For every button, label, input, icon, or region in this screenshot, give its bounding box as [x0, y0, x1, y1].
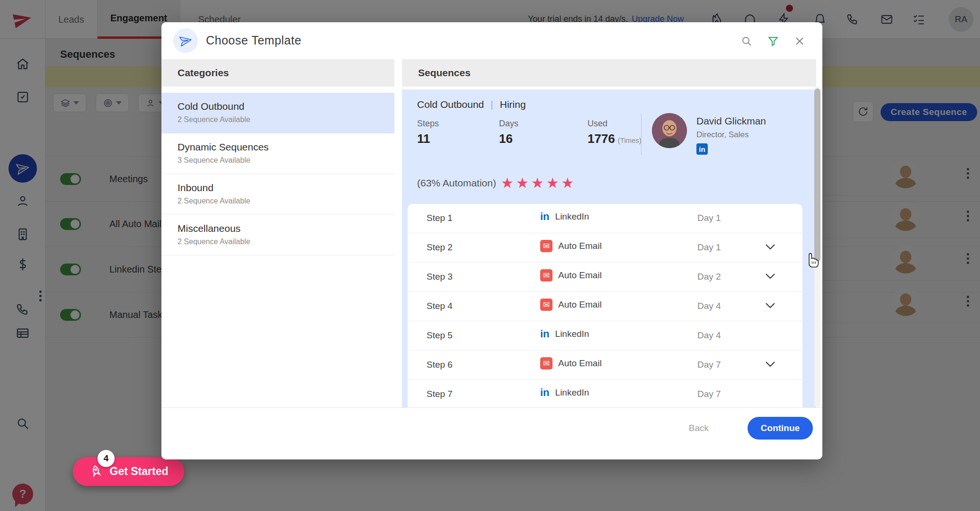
- stat-steps: Steps 11: [417, 119, 439, 146]
- close-icon[interactable]: [794, 35, 805, 47]
- modal-title: Choose Template: [206, 34, 302, 47]
- category-availability: 2 Sequence Available: [178, 238, 394, 246]
- times-suffix: (Times): [618, 136, 641, 144]
- email-icon: ✉: [540, 269, 552, 282]
- step-label: Step 5: [427, 330, 453, 341]
- get-started-badge: 4: [98, 450, 115, 467]
- paper-plane-badge-icon: [173, 28, 198, 53]
- step-label: Step 6: [427, 360, 453, 370]
- email-icon: ✉: [540, 299, 552, 311]
- chevron-down-icon[interactable]: [765, 244, 775, 250]
- mouse-cursor-hand: [805, 250, 823, 269]
- step-channel: ✉ Auto Email: [540, 299, 602, 311]
- step-label: Step 7: [427, 389, 453, 399]
- filter-funnel-icon[interactable]: [767, 35, 779, 47]
- step-channel: in LinkedIn: [540, 387, 589, 399]
- channel-label: Auto Email: [558, 300, 602, 310]
- email-icon: ✉: [540, 240, 552, 252]
- step-row[interactable]: Step 1 in LinkedIn Day 1: [408, 204, 802, 233]
- continue-button[interactable]: Continue: [748, 417, 813, 440]
- category-name: Dynamic Sequences: [178, 141, 394, 153]
- category-name: Inbound: [178, 182, 394, 194]
- step-row[interactable]: Step 5 in LinkedIn Day 4: [408, 321, 802, 351]
- step-row[interactable]: Step 4 ✉ Auto Email Day 4: [408, 292, 802, 321]
- category-availability: 2 Sequence Available: [178, 197, 394, 205]
- chevron-down-icon[interactable]: [765, 273, 775, 280]
- stat-used: Used 1776(Times): [588, 119, 641, 146]
- category-availability: 2 Sequence Available: [178, 115, 394, 124]
- automation-label: (63% Automation): [417, 177, 496, 189]
- category-item[interactable]: Dynamic Sequences 3 Sequence Available: [161, 133, 394, 174]
- category-name: Miscellaneous: [178, 223, 394, 234]
- categories-header: Categories: [161, 59, 394, 87]
- channel-label: LinkedIn: [555, 329, 589, 339]
- step-day: Day 1: [697, 213, 721, 223]
- step-day: Day 7: [697, 360, 721, 370]
- channel-label: LinkedIn: [555, 388, 589, 398]
- sequence-name: Hiring: [500, 99, 526, 110]
- step-label: Step 4: [427, 301, 453, 311]
- linkedin-icon: in: [540, 328, 550, 340]
- app-canvas: Leads Engagement Scheduler Your trial en…: [0, 0, 980, 511]
- step-channel: ✉ Auto Email: [540, 269, 602, 282]
- step-label: Step 1: [427, 213, 453, 223]
- channel-label: Auto Email: [558, 241, 602, 251]
- modal-scrollbar-thumb[interactable]: [814, 88, 820, 262]
- step-day: Day 7: [697, 389, 721, 399]
- step-label: Step 2: [427, 242, 453, 253]
- channel-label: LinkedIn: [555, 211, 589, 222]
- category-item[interactable]: Inbound 2 Sequence Available: [161, 174, 394, 215]
- step-day: Day 2: [697, 272, 721, 282]
- channel-label: Auto Email: [558, 358, 602, 369]
- owner-name: David Glickman: [696, 115, 766, 127]
- modal-scrollbar-track[interactable]: [814, 87, 820, 407]
- modal-footer: Back Continue: [161, 407, 822, 459]
- linkedin-badge-icon[interactable]: in: [696, 143, 708, 155]
- steps-table: Step 1 in LinkedIn Day 1 Step 2: [408, 204, 802, 425]
- step-day: Day 4: [697, 301, 721, 311]
- step-row[interactable]: Step 7 in LinkedIn Day 7: [408, 380, 802, 409]
- channel-label: Auto Email: [558, 270, 602, 281]
- owner-role: Director, Sales: [696, 130, 749, 140]
- modal-search-icon[interactable]: [741, 35, 752, 47]
- step-day: Day 1: [697, 242, 721, 253]
- category-item[interactable]: Cold Outbound 2 Sequence Available: [161, 93, 394, 133]
- modal-header: Choose Template: [161, 22, 822, 58]
- step-channel: in LinkedIn: [540, 328, 589, 340]
- title-divider: |: [490, 99, 493, 110]
- rating-stars: ★★★★★: [501, 175, 576, 191]
- owner-photo: [652, 113, 687, 148]
- chevron-down-icon[interactable]: [765, 361, 775, 368]
- step-label: Step 3: [427, 272, 453, 282]
- stat-days: Days 16: [499, 119, 518, 146]
- get-started-label: Get Started: [110, 465, 169, 478]
- step-row[interactable]: Step 6 ✉ Auto Email Day 7: [408, 351, 802, 380]
- step-channel: ✉ Auto Email: [540, 240, 602, 252]
- step-row[interactable]: Step 2 ✉ Auto Email Day 1: [408, 233, 802, 263]
- back-button[interactable]: Back: [689, 423, 709, 433]
- category-item[interactable]: Miscellaneous 2 Sequence Available: [161, 215, 394, 256]
- linkedin-icon: in: [540, 211, 550, 223]
- choose-template-modal: Choose Template Categories Sequences Col…: [161, 22, 822, 459]
- category-availability: 3 Sequence Available: [178, 156, 394, 165]
- chevron-down-icon[interactable]: [765, 302, 775, 309]
- vertical-divider: [641, 114, 641, 155]
- linkedin-icon: in: [540, 387, 550, 399]
- sequence-title: Cold Outbound|Hiring: [417, 99, 526, 110]
- step-channel: ✉ Auto Email: [540, 357, 602, 370]
- sequences-header: Sequences: [402, 59, 816, 87]
- category-name: Cold Outbound: [178, 101, 394, 112]
- sequence-category: Cold Outbound: [417, 99, 484, 110]
- sequence-detail-panel: Cold Outbound|Hiring Steps 11 Days 16 Us…: [402, 89, 816, 407]
- get-started-button[interactable]: Get Started: [73, 457, 184, 486]
- step-day: Day 4: [697, 330, 721, 341]
- email-icon: ✉: [540, 357, 552, 370]
- categories-list: Cold Outbound 2 Sequence Available Dynam…: [161, 89, 394, 407]
- step-channel: in LinkedIn: [540, 211, 589, 223]
- step-row[interactable]: Step 3 ✉ Auto Email Day 2: [408, 263, 802, 292]
